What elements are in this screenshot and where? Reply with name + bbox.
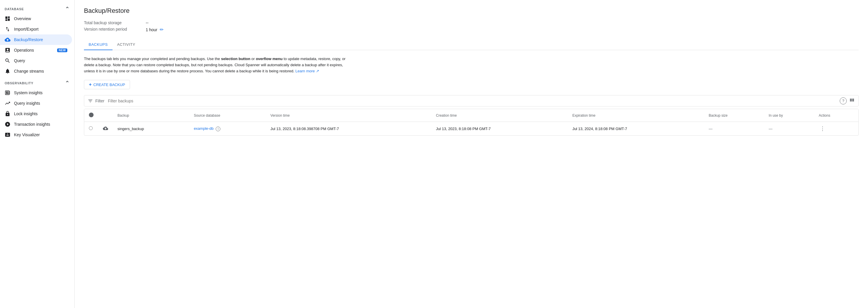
lock-insights-label: Lock insights: [14, 111, 67, 116]
observability-section-label: OBSERVABILITY: [5, 81, 33, 85]
key-visualizer-icon: [5, 132, 10, 138]
source-db-info-icon[interactable]: i: [216, 127, 220, 131]
change-streams-icon: [5, 68, 10, 74]
lock-insights-icon: [5, 111, 10, 117]
filter-actions: ?: [840, 97, 855, 105]
row-icon-cell: [98, 122, 113, 136]
help-icon[interactable]: ?: [840, 97, 847, 105]
table-row: singers_backup example-db i Jul 13, 2023…: [84, 122, 858, 136]
sidebar-item-query[interactable]: Query: [0, 55, 72, 66]
query-icon: [5, 58, 10, 63]
bold-selection-button: selection button: [221, 57, 250, 61]
sidebar-item-lock-insights[interactable]: Lock insights: [0, 109, 72, 119]
learn-more-link[interactable]: Learn more ↗: [296, 69, 319, 73]
create-backup-button[interactable]: + CREATE BACKUP: [84, 80, 130, 89]
backup-icon: [5, 37, 10, 43]
row-actions[interactable]: ⋮: [814, 122, 858, 136]
import-export-icon: [5, 26, 10, 32]
row-backup-size: —: [704, 122, 764, 136]
sidebar-item-key-visualizer[interactable]: Key Visualizer: [0, 130, 72, 140]
row-backup-name: singers_backup: [113, 122, 189, 136]
total-backup-storage-label: Total backup storage: [84, 21, 142, 25]
row-radio-cell[interactable]: [84, 122, 98, 136]
row-source-db: example-db i: [189, 122, 266, 136]
backup-table-container: Backup Source database Version time Crea…: [84, 109, 859, 136]
backup-table: Backup Source database Version time Crea…: [84, 109, 858, 135]
database-section-header[interactable]: DATABASE ⌃: [0, 2, 74, 13]
col-radio: [84, 109, 98, 122]
sidebar-item-system-insights[interactable]: System insights: [0, 87, 72, 98]
external-link-icon: ↗: [316, 69, 319, 73]
total-backup-storage-value: --: [146, 21, 859, 25]
database-chevron-icon: ⌃: [65, 6, 70, 12]
col-icon: [98, 109, 113, 122]
backup-restore-label: Backup/Restore: [14, 37, 67, 42]
col-backup-size: Backup size: [704, 109, 764, 122]
info-grid: Total backup storage -- Version retentio…: [84, 21, 859, 32]
operations-label: Operations: [14, 48, 52, 53]
row-creation-time: Jul 13, 2023, 8:18:08 PM GMT-7: [431, 122, 568, 136]
overview-label: Overview: [14, 16, 67, 21]
more-actions-icon[interactable]: ⋮: [819, 124, 826, 133]
sidebar-item-transaction-insights[interactable]: Transaction insights: [0, 119, 72, 130]
tab-activity[interactable]: ACTIVITY: [113, 39, 140, 50]
query-insights-label: Query insights: [14, 101, 67, 106]
col-backup: Backup: [113, 109, 189, 122]
col-expiration-time: Expiration time: [568, 109, 704, 122]
system-insights-label: System insights: [14, 90, 67, 95]
filter-input[interactable]: [108, 99, 837, 103]
key-visualizer-label: Key Visualizer: [14, 133, 67, 137]
import-export-label: Import/Export: [14, 27, 67, 31]
sidebar-item-operations[interactable]: Operations NEW: [0, 45, 72, 55]
observability-chevron-icon: ⌃: [65, 80, 70, 86]
change-streams-label: Change streams: [14, 69, 67, 74]
sidebar: DATABASE ⌃ Overview Import/Export Backup…: [0, 0, 74, 308]
filter-icon: [88, 98, 93, 104]
observability-section-header[interactable]: OBSERVABILITY ⌃: [0, 77, 74, 87]
sidebar-item-overview[interactable]: Overview: [0, 13, 72, 24]
backup-row-icon: [103, 126, 108, 131]
create-backup-plus-icon: +: [89, 82, 92, 87]
system-insights-icon: [5, 90, 10, 96]
bold-overflow-menu: overflow menu: [256, 57, 283, 61]
filter-label: Filter: [95, 99, 104, 103]
description: The backups tab lets you manage your com…: [84, 56, 346, 74]
row-radio-input[interactable]: [89, 126, 93, 130]
version-retention-period-label: Version retention period: [84, 27, 142, 32]
database-section-label: DATABASE: [5, 7, 24, 11]
operations-icon: [5, 47, 10, 53]
col-actions: Actions: [814, 109, 858, 122]
transaction-insights-icon: [5, 121, 10, 127]
col-version-time: Version time: [266, 109, 431, 122]
columns-icon[interactable]: [849, 97, 855, 105]
version-retention-period-value: 1 hour ✏: [146, 27, 859, 32]
query-label: Query: [14, 58, 67, 63]
main-content: Backup/Restore Total backup storage -- V…: [74, 0, 868, 308]
col-creation-time: Creation time: [431, 109, 568, 122]
transaction-insights-label: Transaction insights: [14, 122, 67, 127]
edit-version-retention-icon[interactable]: ✏: [160, 27, 163, 32]
page-title: Backup/Restore: [84, 7, 859, 15]
tab-backups[interactable]: BACKUPS: [84, 39, 113, 50]
operations-badge: NEW: [57, 49, 67, 52]
radio-header-circle: [89, 113, 94, 117]
source-db-link[interactable]: example-db: [194, 126, 214, 131]
sidebar-item-import-export[interactable]: Import/Export: [0, 24, 72, 34]
row-in-use-by: —: [764, 122, 814, 136]
filter-row: Filter ?: [84, 95, 859, 107]
sidebar-item-backup-restore[interactable]: Backup/Restore: [0, 34, 72, 45]
sidebar-item-query-insights[interactable]: Query insights: [0, 98, 72, 109]
col-source-database: Source database: [189, 109, 266, 122]
row-expiration-time: Jul 13, 2024, 8:18:08 PM GMT-7: [568, 122, 704, 136]
query-insights-icon: [5, 100, 10, 106]
row-version-time: Jul 13, 2023, 8:18:08.398708 PM GMT-7: [266, 122, 431, 136]
sidebar-item-change-streams[interactable]: Change streams: [0, 66, 72, 77]
tabs: BACKUPS ACTIVITY: [84, 39, 859, 50]
col-in-use-by: In use by: [764, 109, 814, 122]
overview-icon: [5, 16, 10, 22]
